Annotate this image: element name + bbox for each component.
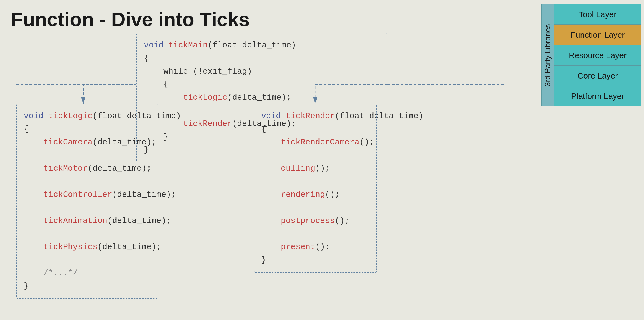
legend-rows: Tool Layer Function Layer Resource Layer… — [554, 4, 641, 106]
legend-tool-layer: Tool Layer — [554, 4, 641, 25]
code-line: while (!exit_flag) — [144, 65, 380, 78]
code-line — [261, 201, 369, 214]
legend-function-layer: Function Layer — [554, 25, 641, 45]
legend-side-label: 3rd Party Libraries — [541, 4, 554, 106]
code-line: tickCamera(delta_time); — [24, 136, 151, 149]
legend-panel: 3rd Party Libraries Tool Layer Function … — [541, 4, 641, 106]
code-line: /*...*/ — [24, 267, 151, 280]
code-line — [261, 175, 369, 188]
code-line: } — [261, 253, 369, 267]
arrow-to-logic — [83, 84, 136, 104]
code-line: culling(); — [261, 162, 369, 175]
code-line: tickController(delta_time); — [24, 188, 151, 201]
code-line: present(); — [261, 240, 369, 253]
code-line — [24, 175, 151, 188]
code-line — [24, 149, 151, 162]
code-line — [24, 201, 151, 214]
code-line: void tickMain(float delta_time) — [144, 39, 380, 52]
code-line: tickMotor(delta_time); — [24, 162, 151, 175]
code-line — [24, 253, 151, 267]
code-line: { — [144, 78, 380, 91]
code-line: tickAnimation(delta_time); — [24, 214, 151, 227]
code-line: tickLogic(delta_time); — [144, 91, 380, 104]
code-line — [261, 227, 369, 240]
code-line: tickRenderCamera(); — [261, 136, 369, 149]
code-line: void tickLogic(float delta_time) — [24, 110, 151, 123]
code-line: } — [24, 280, 151, 293]
code-line — [24, 227, 151, 240]
code-line: tickPhysics(delta_time); — [24, 240, 151, 253]
page-title: Function - Dive into Ticks — [11, 8, 250, 31]
code-line — [261, 149, 369, 162]
code-line: { — [261, 123, 369, 136]
legend-platform-layer: Platform Layer — [554, 86, 641, 106]
tick-render-box: void tickRender(float delta_time) { tick… — [254, 104, 377, 273]
code-line: { — [144, 52, 380, 65]
code-line: rendering(); — [261, 188, 369, 201]
legend-core-layer: Core Layer — [554, 65, 641, 86]
tick-logic-box: void tickLogic(float delta_time) { tickC… — [16, 104, 158, 299]
code-line: postprocess(); — [261, 214, 369, 227]
code-line: { — [24, 123, 151, 136]
code-line: void tickRender(float delta_time) — [261, 110, 369, 123]
legend-resource-layer: Resource Layer — [554, 45, 641, 65]
